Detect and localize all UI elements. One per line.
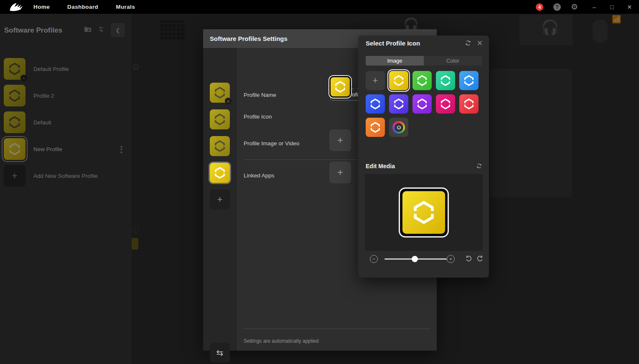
zoom-out-icon[interactable]: − — [370, 255, 378, 263]
profile-icon-light-blue[interactable] — [459, 71, 479, 90]
nav-murals[interactable]: Murals — [116, 4, 135, 10]
profile-icon-icue-logo[interactable] — [389, 118, 408, 137]
edit-media-refresh-icon[interactable] — [476, 163, 482, 171]
rail-tile-profile-2[interactable] — [210, 109, 230, 129]
title-bar: Home Dashboard Murals 4 ? ⚙ – □ ✕ — [0, 0, 639, 14]
footer-divider — [244, 329, 430, 329]
swap-profiles-icon[interactable]: ⇆ — [210, 343, 230, 363]
refresh-icon[interactable] — [465, 40, 471, 48]
rail-add-profile-button[interactable]: + — [210, 190, 230, 210]
rail-tile-new-profile-selected[interactable] — [210, 163, 230, 183]
select-profile-icon-popup: Select Profile Icon Image Color + Edit M… — [358, 35, 489, 278]
tab-image[interactable]: Image — [366, 56, 424, 66]
add-profile-media-button[interactable]: + — [329, 129, 351, 151]
linked-apps-label: Linked Apps — [244, 172, 275, 179]
close-button[interactable]: ✕ — [626, 4, 633, 10]
home-badge-icon: ⌂ — [225, 98, 232, 104]
nav-home[interactable]: Home — [33, 4, 50, 10]
maximize-button[interactable]: □ — [608, 4, 616, 10]
popup-title: Select Profile Icon — [366, 40, 420, 47]
zoom-slider-thumb[interactable] — [412, 256, 418, 262]
icon-source-tabs: Image Color — [366, 56, 482, 66]
profile-icon-green[interactable] — [412, 71, 432, 90]
profile-icon-indigo[interactable] — [389, 94, 408, 114]
rail-tile-default[interactable] — [210, 136, 230, 156]
rail-tile-default-profile[interactable]: ⌂ — [210, 83, 230, 103]
profile-icon-yellow[interactable] — [389, 71, 408, 90]
profile-icon-add-media[interactable]: + — [366, 71, 385, 90]
zoom-in-icon[interactable]: + — [447, 255, 455, 263]
corsair-logo-icon — [9, 2, 23, 13]
profile-icon-magenta[interactable] — [436, 94, 455, 114]
edit-media-title: Edit Media — [366, 163, 395, 169]
dialog-profile-rail: ⌂ + ⇆ — [203, 48, 237, 351]
profile-icon-red[interactable] — [459, 94, 479, 114]
profile-icon-teal[interactable] — [436, 71, 455, 90]
edit-media-controls: − + — [365, 254, 483, 265]
profile-icon-purple[interactable] — [412, 94, 432, 114]
icue-pinwheel-icon — [392, 121, 405, 134]
profile-icon-grid: + — [366, 71, 484, 137]
profile-icon-orange[interactable] — [366, 118, 385, 137]
close-icon[interactable] — [476, 40, 483, 48]
dialog-title: Software Profiles Settings — [210, 35, 288, 42]
edit-media-icon-frame[interactable] — [399, 187, 449, 238]
auto-apply-note: Settings are automatically applied — [244, 338, 318, 344]
profile-media-label: Profile Image or Video — [244, 140, 299, 147]
zoom-slider[interactable] — [384, 258, 447, 260]
nav-dashboard[interactable]: Dashboard — [67, 4, 98, 10]
tab-color[interactable]: Color — [424, 56, 482, 66]
popup-callout-arrow — [351, 82, 357, 91]
profile-name-label: Profile Name — [244, 92, 276, 98]
edit-media-icon — [402, 191, 445, 234]
edit-media-preview[interactable] — [365, 174, 483, 251]
rotate-left-icon[interactable] — [464, 254, 473, 264]
settings-gear-icon[interactable]: ⚙ — [571, 3, 578, 11]
profile-icon-button[interactable] — [329, 76, 351, 98]
app-window: 🎧 ⏻ 🎧 📶 ⚙ ⓘ Software Profiles ❮ ⌂ — [0, 0, 639, 364]
profile-icon-blue[interactable] — [366, 94, 385, 114]
minimize-button[interactable]: – — [591, 4, 598, 10]
add-linked-app-button[interactable]: + — [329, 162, 351, 183]
profile-icon-label: Profile Icon — [244, 114, 272, 120]
rotate-right-icon[interactable] — [476, 254, 484, 264]
help-icon[interactable]: ? — [553, 3, 561, 11]
notification-badge[interactable]: 4 — [536, 3, 543, 11]
